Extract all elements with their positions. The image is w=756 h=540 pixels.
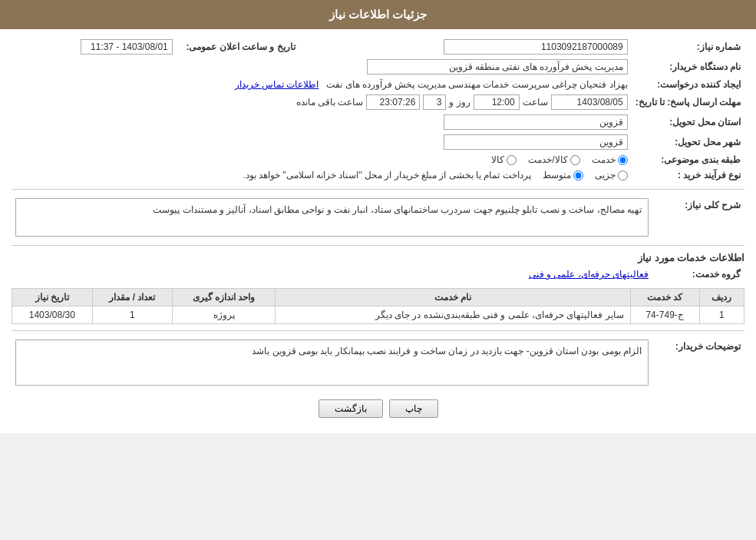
- process-radio-partial[interactable]: [618, 171, 628, 181]
- deadline-label: مهلت ارسال پاسخ: تا تاریخ:: [632, 92, 744, 112]
- back-button[interactable]: بازگشت: [319, 399, 383, 418]
- requester-field: مدیریت پخش فرآورده های نفتی منطقه قزوین: [367, 59, 628, 75]
- category-option-service: خدمت: [592, 154, 628, 165]
- deadline-days-field: 3: [423, 94, 446, 110]
- category-option-both: کالا/خدمت: [528, 154, 579, 165]
- button-row: چاپ بازگشت: [12, 399, 744, 418]
- cell-count: 1: [92, 306, 172, 324]
- description-box: تهیه مصالح، ساخت و نصب تابلو چلنیوم جهت …: [15, 198, 649, 237]
- description-label: شرح کلی نیاز:: [652, 196, 744, 239]
- divider-2: [12, 245, 744, 246]
- service-group-link[interactable]: فعالیتهای حرفه‌ای، علمی و فنی: [529, 269, 649, 280]
- cell-row: 1: [699, 306, 744, 324]
- process-note: پرداخت تمام یا بخشی از مبلغ خریدار از مح…: [243, 170, 530, 181]
- request-number-field: 1103092187000089: [444, 39, 628, 55]
- notes-label: توضیحات خریدار:: [652, 337, 744, 388]
- announcement-value: 1403/08/01 - 11:37: [12, 37, 177, 57]
- province-field: قزوین: [444, 114, 628, 130]
- col-unit: واحد اندازه گیری: [173, 289, 276, 306]
- deadline-date-field: 1403/08/05: [551, 94, 628, 110]
- deadline-time-label: ساعت: [523, 97, 548, 108]
- services-section-title: اطلاعات خدمات مورد نیاز: [12, 252, 744, 263]
- creator-label: ایجاد کننده درخواست:: [632, 77, 744, 92]
- city-value: قزوین: [12, 132, 632, 152]
- request-number-value: 1103092187000089: [315, 37, 632, 57]
- province-value: قزوین: [12, 112, 632, 132]
- city-field: قزوین: [444, 134, 628, 150]
- creator-value: بهزاد فتحیان چراغی سرپرست خدمات مهندسی م…: [12, 77, 632, 92]
- description-value-cell: تهیه مصالح، ساخت و نصب تابلو چلنیوم جهت …: [12, 196, 652, 239]
- announcement-field: 1403/08/01 - 11:37: [81, 39, 173, 55]
- requester-label: نام دستگاه خریدار:: [632, 57, 744, 77]
- divider-1: [12, 189, 744, 190]
- process-option-medium: متوسط: [543, 170, 583, 181]
- cell-date: 1403/08/30: [12, 306, 93, 324]
- service-group-value-cell: فعالیتهای حرفه‌ای، علمی و فنی: [12, 267, 652, 282]
- page-wrapper: جزئیات اطلاعات نیاز شماره نیاز: 11030921…: [0, 0, 756, 433]
- category-radio-service[interactable]: [618, 155, 628, 165]
- service-group-label: گروه خدمت:: [652, 267, 744, 282]
- deadline-day-label: روز و: [449, 97, 470, 108]
- deadline-remaining-label: ساعت باقی مانده: [296, 97, 364, 108]
- notes-value-cell: الزام بومی بودن استان قزوین- جهت بازدید …: [12, 337, 652, 388]
- category-label-service: خدمت: [592, 154, 616, 165]
- divider-3: [12, 330, 744, 331]
- deadline-remaining-field: 23:07:26: [366, 94, 420, 110]
- deadline-time-field: 12:00: [474, 94, 520, 110]
- province-label: استان محل تحویل:: [632, 112, 744, 132]
- process-label-partial: جزیی: [595, 170, 616, 181]
- content-area: شماره نیاز: 1103092187000089 تاریخ و ساع…: [0, 29, 756, 433]
- creator-contact-link[interactable]: اطلاعات تماس خریدار: [235, 79, 319, 90]
- process-option-partial: جزیی: [595, 170, 628, 181]
- col-date: تاریخ نیاز: [12, 289, 93, 306]
- category-label: طبقه بندی موضوعی:: [632, 152, 744, 167]
- category-label-both: کالا/خدمت: [528, 154, 567, 165]
- page-title: جزئیات اطلاعات نیاز: [329, 8, 427, 21]
- info-table: شماره نیاز: 1103092187000089 تاریخ و ساع…: [12, 37, 744, 183]
- process-radio-medium[interactable]: [573, 171, 583, 181]
- services-table: ردیف کد خدمت نام خدمت واحد اندازه گیری ت…: [12, 288, 744, 324]
- col-row: ردیف: [699, 289, 744, 306]
- process-label-medium: متوسط: [543, 170, 571, 181]
- category-option-goods: کالا: [491, 154, 517, 165]
- col-name: نام خدمت: [275, 289, 630, 306]
- page-header: جزئیات اطلاعات نیاز: [0, 0, 756, 29]
- deadline-row: 1403/08/05 ساعت 12:00 روز و 3 23:07:26 س…: [12, 92, 632, 112]
- print-button[interactable]: چاپ: [389, 399, 438, 418]
- notes-box: الزام بومی بودن استان قزوین- جهت بازدید …: [15, 340, 649, 386]
- announcement-label: تاریخ و ساعت اعلان عمومی:: [177, 37, 299, 57]
- col-count: تعداد / مقدار: [92, 289, 172, 306]
- category-radio-both[interactable]: [570, 155, 580, 165]
- category-radio-goods[interactable]: [507, 155, 517, 165]
- table-row: 1 ج-749-74 سایر فعالیتهای حرفه‌ای، علمی …: [12, 306, 744, 324]
- creator-field: بهزاد فتحیان چراغی سرپرست خدمات مهندسی م…: [326, 79, 627, 90]
- service-group-table: گروه خدمت: فعالیتهای حرفه‌ای، علمی و فنی: [12, 267, 744, 282]
- cell-name: سایر فعالیتهای حرفه‌ای، علمی و فنی طبقه‌…: [275, 306, 630, 324]
- requester-value: مدیریت پخش فرآورده های نفتی منطقه قزوین: [12, 57, 632, 77]
- request-number-label: شماره نیاز:: [632, 37, 744, 57]
- cell-code: ج-749-74: [630, 306, 699, 324]
- col-code: کد خدمت: [630, 289, 699, 306]
- description-table: شرح کلی نیاز: تهیه مصالح، ساخت و نصب تاب…: [12, 196, 744, 239]
- city-label: شهر محل تحویل:: [632, 132, 744, 152]
- category-label-goods: کالا: [491, 154, 504, 165]
- cell-unit: پروژه: [173, 306, 276, 324]
- process-label: نوع فرآیند خرید :: [632, 167, 744, 183]
- notes-table: توضیحات خریدار: الزام بومی بودن استان قز…: [12, 337, 744, 388]
- process-options: جزیی متوسط پرداخت تمام یا بخشی از مبلغ خ…: [12, 167, 632, 183]
- category-options: خدمت کالا/خدمت کالا: [12, 152, 632, 167]
